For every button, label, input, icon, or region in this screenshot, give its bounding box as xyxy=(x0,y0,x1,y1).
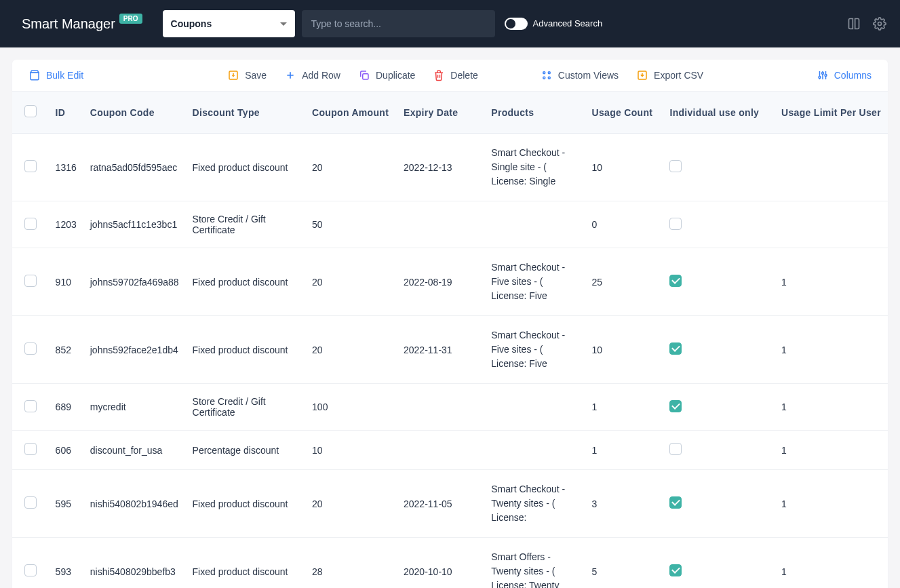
cell-usage-count[interactable]: 3 xyxy=(585,470,663,538)
col-coupon-code[interactable]: Coupon Code xyxy=(83,92,186,134)
cell-expiry-date[interactable]: 2020-10-10 xyxy=(397,538,484,589)
table-row[interactable]: 606discount_for_usaPercentage discount10… xyxy=(12,431,888,470)
cell-usage-count[interactable]: 1 xyxy=(585,431,663,470)
cell-discount-type[interactable]: Fixed product discount xyxy=(186,134,306,201)
cell-usage-count[interactable]: 0 xyxy=(585,201,663,248)
bulk-edit-button[interactable]: Bulk Edit xyxy=(28,69,83,81)
cell-coupon-code[interactable]: mycredit xyxy=(83,384,186,431)
cell-id[interactable]: 1203 xyxy=(49,201,83,248)
cell-individual-use[interactable] xyxy=(663,316,775,384)
cell-usage-limit[interactable]: 1 xyxy=(775,538,888,589)
cell-expiry-date[interactable] xyxy=(397,201,484,248)
cell-coupon-code[interactable]: ratna5ad05fd595aec xyxy=(83,134,186,201)
individual-use-checkbox[interactable] xyxy=(669,160,682,172)
cell-products[interactable] xyxy=(484,384,585,431)
cell-usage-limit[interactable]: 1 xyxy=(775,384,888,431)
cell-expiry-date[interactable] xyxy=(397,384,484,431)
cell-id[interactable]: 689 xyxy=(49,384,83,431)
cell-id[interactable]: 1316 xyxy=(49,134,83,201)
cell-coupon-amount[interactable]: 20 xyxy=(305,248,397,316)
col-individual-use[interactable]: Individual use only xyxy=(663,92,775,134)
cell-expiry-date[interactable]: 2022-11-05 xyxy=(397,470,484,538)
cell-coupon-amount[interactable]: 10 xyxy=(305,431,397,470)
cell-coupon-amount[interactable]: 28 xyxy=(305,538,397,589)
row-checkbox[interactable] xyxy=(24,400,37,412)
cell-individual-use[interactable] xyxy=(663,248,775,316)
search-input[interactable] xyxy=(302,10,495,37)
table-row[interactable]: 1203johns5acf11c1e3bc1Store Credit / Gif… xyxy=(12,201,888,248)
col-id[interactable]: ID xyxy=(49,92,83,134)
cell-discount-type[interactable]: Fixed product discount xyxy=(186,538,306,589)
cell-products[interactable] xyxy=(484,201,585,248)
cell-usage-limit[interactable] xyxy=(775,134,888,201)
cell-products[interactable]: Smart Checkout - Single site - ( License… xyxy=(484,134,585,201)
cell-usage-count[interactable]: 25 xyxy=(585,248,663,316)
cell-coupon-amount[interactable]: 20 xyxy=(305,134,397,201)
cell-individual-use[interactable] xyxy=(663,470,775,538)
cell-individual-use[interactable] xyxy=(663,384,775,431)
row-checkbox[interactable] xyxy=(24,564,37,576)
cell-individual-use[interactable] xyxy=(663,431,775,470)
col-usage-limit[interactable]: Usage Limit Per User xyxy=(775,92,888,134)
cell-usage-count[interactable]: 1 xyxy=(585,384,663,431)
row-checkbox[interactable] xyxy=(24,443,37,455)
cell-coupon-code[interactable]: johns59702fa469a88 xyxy=(83,248,186,316)
cell-usage-count[interactable]: 10 xyxy=(585,316,663,384)
cell-id[interactable]: 852 xyxy=(49,316,83,384)
cell-coupon-code[interactable]: johns592face2e1db4 xyxy=(83,316,186,384)
row-checkbox[interactable] xyxy=(24,160,37,172)
export-csv-button[interactable]: Export CSV xyxy=(636,69,703,81)
cell-id[interactable]: 593 xyxy=(49,538,83,589)
cell-expiry-date[interactable]: 2022-12-13 xyxy=(397,134,484,201)
table-row[interactable]: 595nishi540802b1946edFixed product disco… xyxy=(12,470,888,538)
individual-use-checkbox[interactable] xyxy=(669,564,682,576)
cell-coupon-amount[interactable]: 50 xyxy=(305,201,397,248)
cell-usage-limit[interactable]: 1 xyxy=(775,431,888,470)
table-row[interactable]: 852johns592face2e1db4Fixed product disco… xyxy=(12,316,888,384)
cell-coupon-code[interactable]: nishi540802b1946ed xyxy=(83,470,186,538)
cell-discount-type[interactable]: Store Credit / Gift Certificate xyxy=(186,384,306,431)
columns-button[interactable]: Columns xyxy=(817,69,872,81)
col-discount-type[interactable]: Discount Type xyxy=(186,92,306,134)
dashboard-dropdown[interactable]: Coupons xyxy=(163,10,295,37)
table-row[interactable]: 689mycreditStore Credit / Gift Certifica… xyxy=(12,384,888,431)
docs-icon[interactable] xyxy=(847,17,861,31)
row-checkbox[interactable] xyxy=(24,342,37,355)
individual-use-checkbox[interactable] xyxy=(669,400,682,412)
advanced-search-toggle[interactable] xyxy=(505,18,528,30)
table-row[interactable]: 593nishi5408029bbefb3Fixed product disco… xyxy=(12,538,888,589)
cell-coupon-amount[interactable]: 100 xyxy=(305,384,397,431)
cell-coupon-amount[interactable]: 20 xyxy=(305,470,397,538)
cell-expiry-date[interactable]: 2022-11-31 xyxy=(397,316,484,384)
individual-use-checkbox[interactable] xyxy=(669,342,682,355)
cell-discount-type[interactable]: Percentage discount xyxy=(186,431,306,470)
cell-discount-type[interactable]: Fixed product discount xyxy=(186,316,306,384)
table-row[interactable]: 910johns59702fa469a88Fixed product disco… xyxy=(12,248,888,316)
col-expiry-date[interactable]: Expiry Date xyxy=(397,92,484,134)
add-row-button[interactable]: Add Row xyxy=(284,69,340,81)
col-products[interactable]: Products xyxy=(484,92,585,134)
cell-discount-type[interactable]: Fixed product discount xyxy=(186,248,306,316)
cell-individual-use[interactable] xyxy=(663,538,775,589)
cell-usage-limit[interactable]: 1 xyxy=(775,316,888,384)
individual-use-checkbox[interactable] xyxy=(669,443,682,455)
duplicate-button[interactable]: Duplicate xyxy=(358,69,415,81)
select-all-checkbox[interactable] xyxy=(24,105,37,117)
cell-products[interactable]: Smart Offers - Twenty sites - ( License:… xyxy=(484,538,585,589)
cell-coupon-code[interactable]: nishi5408029bbefb3 xyxy=(83,538,186,589)
cell-coupon-code[interactable]: discount_for_usa xyxy=(83,431,186,470)
cell-id[interactable]: 595 xyxy=(49,470,83,538)
delete-button[interactable]: Delete xyxy=(433,69,477,81)
cell-expiry-date[interactable] xyxy=(397,431,484,470)
cell-usage-limit[interactable]: 1 xyxy=(775,248,888,316)
cell-id[interactable]: 910 xyxy=(49,248,83,316)
cell-usage-count[interactable]: 5 xyxy=(585,538,663,589)
individual-use-checkbox[interactable] xyxy=(669,218,682,230)
table-row[interactable]: 1316ratna5ad05fd595aecFixed product disc… xyxy=(12,134,888,201)
row-checkbox[interactable] xyxy=(24,275,37,287)
cell-discount-type[interactable]: Store Credit / Gift Certificate xyxy=(186,201,306,248)
cell-products[interactable]: Smart Checkout - Twenty sites - ( Licens… xyxy=(484,470,585,538)
individual-use-checkbox[interactable] xyxy=(669,275,682,287)
cell-coupon-code[interactable]: johns5acf11c1e3bc1 xyxy=(83,201,186,248)
row-checkbox[interactable] xyxy=(24,496,37,509)
